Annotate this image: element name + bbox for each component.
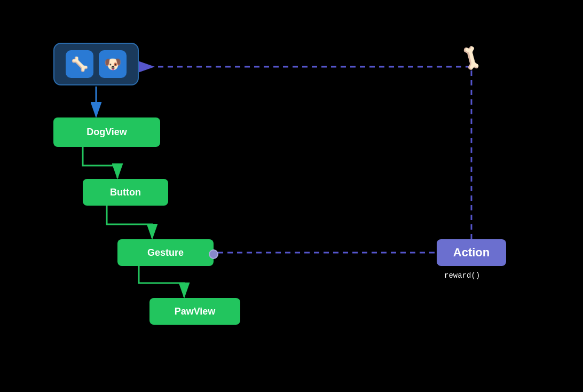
dog-icon-btn[interactable]: 🐶 bbox=[99, 50, 127, 78]
dogview-node[interactable]: DogView bbox=[53, 117, 160, 147]
button-node[interactable]: Button bbox=[83, 179, 168, 206]
pawview-node[interactable]: PawView bbox=[149, 298, 240, 325]
pawview-label: PawView bbox=[175, 306, 216, 317]
icon-box: 🦴 🐶 bbox=[53, 43, 139, 85]
bone-emoji: 🦴 bbox=[455, 43, 487, 74]
dogview-label: DogView bbox=[86, 127, 127, 138]
gesture-node[interactable]: Gesture bbox=[117, 239, 214, 266]
button-label: Button bbox=[110, 187, 141, 198]
diagram-container: 🦴 🐶 DogView Button Gesture PawView Actio… bbox=[0, 0, 583, 392]
action-node[interactable]: Action bbox=[437, 239, 506, 266]
action-label: Action bbox=[453, 246, 490, 260]
gesture-label: Gesture bbox=[147, 247, 184, 258]
bone-icon-btn[interactable]: 🦴 bbox=[66, 50, 93, 78]
gesture-connector-dot bbox=[209, 249, 218, 259]
reward-label: reward() bbox=[444, 271, 480, 280]
